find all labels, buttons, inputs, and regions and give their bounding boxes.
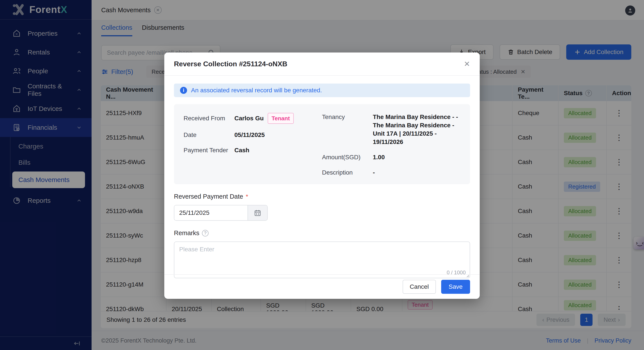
remarks-box: 0 / 1000 — [174, 241, 470, 278]
modal-body: i An associated reversal record will be … — [164, 76, 480, 278]
calendar-icon — [254, 209, 262, 217]
remarks-help-icon[interactable]: ? — [202, 230, 208, 236]
received-from-value: Carlos Gu — [234, 114, 264, 123]
payment-tender-label: Payment Tender — [184, 147, 234, 154]
tenancy-label: Tenancy — [322, 114, 373, 121]
modal-header: Reverse Collection #251124-oNXB ✕ — [164, 52, 480, 76]
reversed-payment-date-label: Reversed Payment Date* — [174, 193, 470, 200]
modal-title: Reverse Collection #251124-oNXB — [174, 60, 464, 68]
modal-close-icon[interactable]: ✕ — [464, 60, 470, 68]
date-value: 05/11/2025 — [234, 131, 265, 139]
payment-tender-value: Cash — [234, 146, 249, 155]
description-value: - — [373, 169, 375, 177]
tenant-badge: Tenant — [268, 113, 294, 124]
required-asterisk: * — [246, 193, 248, 200]
date-label: Date — [184, 132, 234, 139]
modal-footer: Cancel Save — [164, 274, 480, 299]
tenancy-value: The Marina Bay Residence - - The Marina … — [373, 113, 460, 146]
cancel-button[interactable]: Cancel — [402, 280, 436, 294]
info-alert: i An associated reversal record will be … — [174, 84, 470, 97]
collection-details-card: Received From Carlos Gu Tenant Date 05/1… — [174, 104, 470, 184]
amount-label: Amount(SGD) — [322, 154, 373, 161]
reverse-collection-modal: Reverse Collection #251124-oNXB ✕ i An a… — [164, 52, 480, 299]
received-from-label: Received From — [184, 115, 234, 122]
amount-value: 1.00 — [373, 153, 385, 162]
info-icon: i — [180, 87, 187, 94]
description-label: Description — [322, 169, 373, 176]
info-alert-text: An associated reversal record will be ge… — [191, 87, 322, 94]
remarks-textarea[interactable] — [174, 242, 470, 278]
save-button[interactable]: Save — [441, 280, 470, 294]
reversed-payment-date-group — [174, 205, 268, 221]
remarks-label: Remarks? — [174, 229, 470, 237]
reversed-payment-date-input[interactable] — [174, 205, 248, 220]
calendar-button[interactable] — [248, 205, 267, 220]
